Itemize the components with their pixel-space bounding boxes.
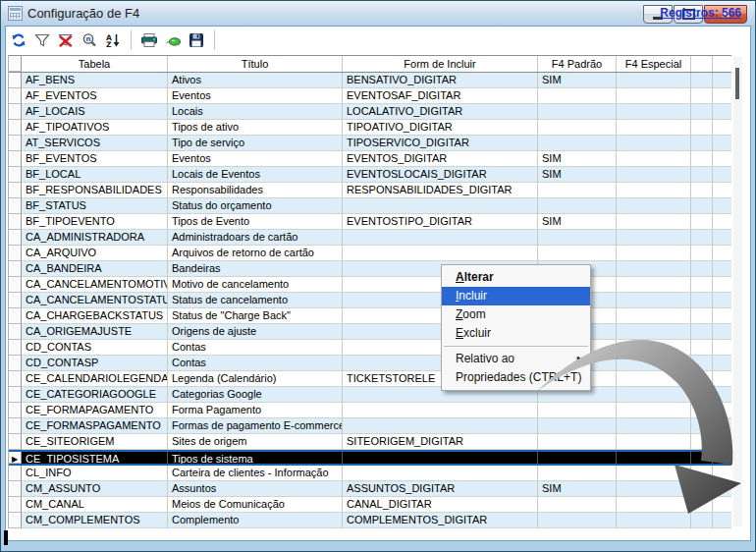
cell-padrao[interactable]: [538, 513, 617, 528]
cell-titulo[interactable]: Arquivos de retorno de cartão: [168, 246, 343, 261]
print-icon[interactable]: [140, 31, 158, 49]
row-selector[interactable]: ▶: [9, 452, 22, 464]
cell-tabela[interactable]: CE_SITEORIGEM: [22, 434, 168, 450]
table-row[interactable]: CE_FORMAPAGAMENTOForma Pagamento: [9, 403, 731, 418]
cell-extra[interactable]: [691, 371, 713, 387]
cell-extra[interactable]: [691, 88, 713, 104]
export-icon[interactable]: [164, 31, 182, 49]
cell-titulo[interactable]: Tipos de ativo: [168, 120, 343, 136]
row-selector[interactable]: [9, 183, 22, 198]
cell-extra[interactable]: [691, 340, 713, 356]
column-header-form[interactable]: Form de Incluir: [343, 56, 538, 72]
row-selector[interactable]: [9, 356, 22, 371]
cell-especial[interactable]: [617, 340, 691, 356]
row-selector[interactable]: [9, 261, 22, 277]
cell-titulo[interactable]: Status do orçamento: [168, 198, 343, 214]
cell-titulo[interactable]: Tipo de serviço: [168, 136, 343, 151]
cell-extra[interactable]: [691, 452, 713, 464]
table-row[interactable]: BF_EVENTOSEventosEVENTOS_DIGITARSIM: [9, 151, 731, 167]
table-row[interactable]: CD_CONTASContas: [9, 340, 731, 356]
cell-filler[interactable]: [713, 183, 731, 198]
cell-especial[interactable]: [617, 418, 691, 434]
cell-tabela[interactable]: BF_TIPOEVENTO: [22, 214, 168, 230]
table-row[interactable]: CA_CHARGEBACKSTATUSStatus de "Charge Bac…: [9, 308, 731, 324]
row-selector[interactable]: [9, 151, 22, 167]
save-icon[interactable]: [188, 31, 205, 49]
cell-especial[interactable]: [617, 104, 691, 120]
records-count-link[interactable]: Registros: 566: [660, 6, 741, 20]
cell-titulo[interactable]: Tipos de sistema: [168, 452, 343, 464]
cell-extra[interactable]: [691, 198, 713, 214]
cell-padrao[interactable]: SIM: [538, 73, 617, 88]
table-row[interactable]: CA_ARQUIVOArquivos de retorno de cartão: [9, 246, 731, 261]
cell-padrao[interactable]: [538, 434, 617, 450]
cell-titulo[interactable]: Bandeiras: [168, 261, 343, 277]
cell-especial[interactable]: [617, 261, 691, 277]
cell-form[interactable]: EVENTOSLOCAIS_DIGITAR: [343, 167, 538, 183]
cell-extra[interactable]: [691, 497, 713, 513]
cell-filler[interactable]: [713, 497, 731, 513]
cell-form[interactable]: LOCALATIVO_DIGITAR: [343, 104, 538, 120]
vertical-scrollbar[interactable]: [733, 57, 742, 526]
cell-padrao[interactable]: SIM: [538, 214, 617, 230]
cell-filler[interactable]: [713, 230, 731, 246]
cell-padrao[interactable]: [538, 198, 617, 214]
cell-tabela[interactable]: AF_BENS: [22, 73, 168, 88]
cell-padrao[interactable]: [538, 88, 617, 104]
cell-tabela[interactable]: BF_STATUS: [22, 198, 168, 214]
row-selector[interactable]: [9, 371, 22, 387]
cell-form[interactable]: COMPLEMENTOS_DIGITAR: [343, 513, 538, 528]
cell-filler[interactable]: [713, 324, 731, 340]
cell-extra[interactable]: [691, 513, 713, 528]
cell-filler[interactable]: [713, 340, 731, 356]
cell-padrao[interactable]: [538, 183, 617, 198]
cell-filler[interactable]: [713, 387, 731, 403]
cell-tabela[interactable]: AT_SERVICOS: [22, 136, 168, 151]
cell-titulo[interactable]: Carteira de clientes - Informação: [168, 466, 343, 481]
cell-especial[interactable]: [617, 214, 691, 230]
cell-extra[interactable]: [691, 466, 713, 481]
cell-filler[interactable]: [713, 246, 731, 261]
cell-filler[interactable]: [713, 403, 731, 418]
cell-especial[interactable]: [617, 434, 691, 450]
cell-tabela[interactable]: BF_EVENTOS: [22, 151, 168, 167]
row-selector[interactable]: [9, 293, 22, 308]
cell-form[interactable]: TIPOATIVO_DIGITAR: [343, 120, 538, 136]
cell-tabela[interactable]: BF_LOCAL: [22, 167, 168, 183]
cell-especial[interactable]: [617, 324, 691, 340]
cell-extra[interactable]: [691, 308, 713, 324]
table-row[interactable]: AF_LOCAISLocaisLOCALATIVO_DIGITAR: [9, 104, 731, 120]
cell-tabela[interactable]: CA_ADMINISTRADORA: [22, 230, 168, 246]
cell-tabela[interactable]: CE_CALENDARIOLEGENDA: [22, 371, 168, 387]
cell-filler[interactable]: [713, 151, 731, 167]
cell-extra[interactable]: [691, 403, 713, 418]
table-row[interactable]: CE_CATEGORIAGOOGLECategorias Google: [9, 387, 731, 403]
title-bar[interactable]: Configuração de F4 ✕: [1, 1, 755, 26]
cell-padrao[interactable]: [538, 452, 617, 464]
cell-especial[interactable]: [617, 513, 691, 528]
cell-filler[interactable]: [713, 167, 731, 183]
row-selector[interactable]: [9, 340, 22, 356]
cell-tabela[interactable]: CD_CONTAS: [22, 340, 168, 356]
cell-especial[interactable]: [617, 293, 691, 308]
cell-padrao[interactable]: [538, 403, 617, 418]
table-row[interactable]: BF_RESPONSABILIDADESResponsabilidadesRES…: [9, 183, 731, 198]
cell-extra[interactable]: [691, 73, 713, 88]
cell-form[interactable]: [343, 466, 538, 481]
cell-especial[interactable]: [617, 371, 691, 387]
cell-form[interactable]: SITEORIGEM_DIGITAR: [343, 434, 538, 450]
table-row[interactable]: AF_EVENTOSEventosEVENTOSAF_DIGITAR: [9, 88, 731, 104]
cell-especial[interactable]: [617, 73, 691, 88]
cell-tabela[interactable]: CD_CONTASP: [22, 356, 168, 371]
cell-especial[interactable]: [617, 356, 691, 371]
table-row[interactable]: CA_BANDEIRABandeiras: [9, 261, 731, 277]
cell-filler[interactable]: [713, 356, 731, 371]
cell-titulo[interactable]: Sites de origem: [168, 434, 343, 450]
column-header-tabela[interactable]: Tabela: [22, 56, 168, 72]
cell-form[interactable]: [343, 452, 538, 464]
cell-especial[interactable]: [617, 120, 691, 136]
table-row[interactable]: CD_CONTASPContas: [9, 356, 731, 371]
cell-especial[interactable]: [617, 403, 691, 418]
row-selector[interactable]: [9, 167, 22, 183]
cell-tabela[interactable]: AF_TIPOATIVOS: [22, 120, 168, 136]
